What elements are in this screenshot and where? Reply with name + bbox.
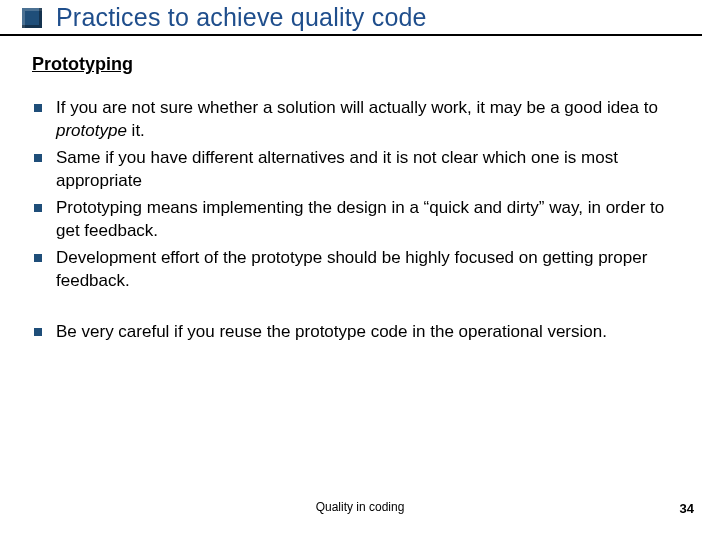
square-bullet-icon [34,154,42,162]
square-bullet-icon [34,204,42,212]
bullet-text: If you are not sure whether a solution w… [56,97,686,143]
list-item: Be very careful if you reuse the prototy… [34,321,686,344]
list-item: If you are not sure whether a solution w… [34,97,686,143]
bullet-text: Be very careful if you reuse the prototy… [56,321,686,344]
bullet-group-1: If you are not sure whether a solution w… [34,97,686,293]
list-item: Prototyping means implementing the desig… [34,197,686,243]
square-bullet-icon [34,254,42,262]
slide-title: Practices to achieve quality code [56,3,427,32]
bullet-group-2: Be very careful if you reuse the prototy… [34,321,686,344]
footer-center-text: Quality in coding [0,500,720,514]
slide-subtitle: Prototyping [32,54,720,75]
list-item: Development effort of the prototype shou… [34,247,686,293]
title-bar: Practices to achieve quality code [0,0,702,36]
bullet-text: Development effort of the prototype shou… [56,247,686,293]
square-bullet-icon [34,328,42,336]
bullet-text: Prototyping means implementing the desig… [56,197,686,243]
square-bullet-icon [34,104,42,112]
list-item: Same if you have different alternatives … [34,147,686,193]
page-number: 34 [680,501,694,516]
title-bullet-icon [22,8,42,28]
bullet-text: Same if you have different alternatives … [56,147,686,193]
